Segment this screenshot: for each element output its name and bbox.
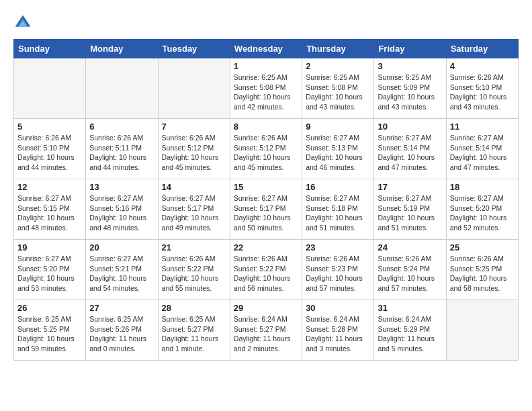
day-header: Sunday	[14, 40, 86, 58]
day-number: 15	[234, 182, 298, 192]
day-info: Sunrise: 6:27 AM Sunset: 5:20 PM Dayligh…	[17, 254, 82, 293]
calendar-cell: 11Sunrise: 6:27 AM Sunset: 5:14 PM Dayli…	[446, 119, 518, 179]
calendar-cell: 29Sunrise: 6:24 AM Sunset: 5:27 PM Dayli…	[230, 300, 302, 361]
calendar-cell: 24Sunrise: 6:26 AM Sunset: 5:24 PM Dayli…	[374, 240, 446, 300]
logo-icon	[13, 13, 32, 32]
day-info: Sunrise: 6:26 AM Sunset: 5:12 PM Dayligh…	[162, 133, 226, 173]
day-number: 16	[306, 182, 370, 192]
day-info: Sunrise: 6:26 AM Sunset: 5:11 PM Dayligh…	[89, 133, 154, 173]
calendar-cell: 18Sunrise: 6:27 AM Sunset: 5:20 PM Dayli…	[446, 179, 518, 240]
calendar-cell: 30Sunrise: 6:24 AM Sunset: 5:28 PM Dayli…	[302, 300, 374, 361]
day-info: Sunrise: 6:27 AM Sunset: 5:18 PM Dayligh…	[306, 193, 370, 233]
calendar-cell: 25Sunrise: 6:26 AM Sunset: 5:25 PM Dayli…	[446, 240, 518, 300]
day-info: Sunrise: 6:25 AM Sunset: 5:09 PM Dayligh…	[378, 73, 442, 112]
day-header: Tuesday	[158, 40, 230, 58]
day-info: Sunrise: 6:27 AM Sunset: 5:15 PM Dayligh…	[17, 193, 82, 233]
day-info: Sunrise: 6:26 AM Sunset: 5:22 PM Dayligh…	[162, 254, 226, 293]
day-info: Sunrise: 6:27 AM Sunset: 5:14 PM Dayligh…	[378, 133, 442, 173]
calendar-cell: 12Sunrise: 6:27 AM Sunset: 5:15 PM Dayli…	[14, 179, 86, 240]
calendar-cell	[158, 58, 230, 119]
day-number: 11	[450, 122, 515, 132]
day-number: 23	[306, 242, 370, 253]
day-number: 4	[450, 61, 515, 71]
calendar-week-row: 1Sunrise: 6:25 AM Sunset: 5:08 PM Daylig…	[14, 58, 519, 119]
calendar-cell: 21Sunrise: 6:26 AM Sunset: 5:22 PM Dayli…	[158, 240, 230, 300]
day-number: 17	[378, 182, 442, 192]
day-info: Sunrise: 6:24 AM Sunset: 5:28 PM Dayligh…	[306, 314, 370, 354]
day-number: 1	[234, 61, 298, 71]
calendar-cell: 20Sunrise: 6:27 AM Sunset: 5:21 PM Dayli…	[86, 240, 158, 300]
day-number: 25	[450, 242, 515, 253]
calendar-week-row: 12Sunrise: 6:27 AM Sunset: 5:15 PM Dayli…	[14, 179, 519, 240]
day-info: Sunrise: 6:27 AM Sunset: 5:19 PM Dayligh…	[378, 193, 442, 233]
calendar-cell: 17Sunrise: 6:27 AM Sunset: 5:19 PM Dayli…	[374, 179, 446, 240]
day-info: Sunrise: 6:27 AM Sunset: 5:17 PM Dayligh…	[162, 193, 226, 233]
day-info: Sunrise: 6:25 AM Sunset: 5:25 PM Dayligh…	[17, 314, 82, 354]
day-number: 19	[17, 242, 82, 253]
logo	[13, 13, 35, 32]
day-number: 21	[162, 242, 226, 253]
calendar-cell: 26Sunrise: 6:25 AM Sunset: 5:25 PM Dayli…	[14, 300, 86, 361]
calendar-cell: 2Sunrise: 6:25 AM Sunset: 5:08 PM Daylig…	[302, 58, 374, 119]
day-number: 13	[89, 182, 154, 192]
calendar-cell: 27Sunrise: 6:25 AM Sunset: 5:26 PM Dayli…	[86, 300, 158, 361]
calendar-cell: 19Sunrise: 6:27 AM Sunset: 5:20 PM Dayli…	[14, 240, 86, 300]
calendar-body: 1Sunrise: 6:25 AM Sunset: 5:08 PM Daylig…	[14, 58, 519, 361]
calendar-week-row: 26Sunrise: 6:25 AM Sunset: 5:25 PM Dayli…	[14, 300, 519, 361]
day-header: Thursday	[302, 40, 374, 58]
day-number: 3	[378, 61, 442, 71]
day-info: Sunrise: 6:26 AM Sunset: 5:22 PM Dayligh…	[234, 254, 298, 293]
day-number: 6	[89, 122, 154, 132]
day-info: Sunrise: 6:25 AM Sunset: 5:08 PM Dayligh…	[234, 73, 298, 112]
day-info: Sunrise: 6:26 AM Sunset: 5:10 PM Dayligh…	[17, 133, 82, 173]
day-number: 8	[234, 122, 298, 132]
day-header: Monday	[86, 40, 158, 58]
day-info: Sunrise: 6:26 AM Sunset: 5:10 PM Dayligh…	[450, 73, 515, 112]
day-number: 30	[306, 303, 370, 313]
day-info: Sunrise: 6:27 AM Sunset: 5:13 PM Dayligh…	[306, 133, 370, 173]
day-info: Sunrise: 6:27 AM Sunset: 5:20 PM Dayligh…	[450, 193, 515, 233]
day-number: 22	[234, 242, 298, 253]
calendar-week-row: 5Sunrise: 6:26 AM Sunset: 5:10 PM Daylig…	[14, 119, 519, 179]
day-info: Sunrise: 6:24 AM Sunset: 5:29 PM Dayligh…	[378, 314, 442, 354]
day-header: Wednesday	[230, 40, 302, 58]
calendar-cell: 9Sunrise: 6:27 AM Sunset: 5:13 PM Daylig…	[302, 119, 374, 179]
day-number: 2	[306, 61, 370, 71]
page-header	[13, 13, 519, 32]
calendar-header-row: SundayMondayTuesdayWednesdayThursdayFrid…	[14, 40, 519, 58]
calendar-cell: 10Sunrise: 6:27 AM Sunset: 5:14 PM Dayli…	[374, 119, 446, 179]
day-info: Sunrise: 6:26 AM Sunset: 5:24 PM Dayligh…	[378, 254, 442, 293]
day-number: 7	[162, 122, 226, 132]
day-info: Sunrise: 6:26 AM Sunset: 5:12 PM Dayligh…	[234, 133, 298, 173]
calendar-cell: 13Sunrise: 6:27 AM Sunset: 5:16 PM Dayli…	[86, 179, 158, 240]
day-number: 29	[234, 303, 298, 313]
day-number: 20	[89, 242, 154, 253]
day-number: 14	[162, 182, 226, 192]
day-number: 9	[306, 122, 370, 132]
calendar-cell: 5Sunrise: 6:26 AM Sunset: 5:10 PM Daylig…	[14, 119, 86, 179]
day-number: 28	[162, 303, 226, 313]
calendar-cell: 28Sunrise: 6:25 AM Sunset: 5:27 PM Dayli…	[158, 300, 230, 361]
day-info: Sunrise: 6:25 AM Sunset: 5:08 PM Dayligh…	[306, 73, 370, 112]
day-info: Sunrise: 6:26 AM Sunset: 5:25 PM Dayligh…	[450, 254, 515, 293]
day-info: Sunrise: 6:27 AM Sunset: 5:14 PM Dayligh…	[450, 133, 515, 173]
day-number: 12	[17, 182, 82, 192]
day-number: 5	[17, 122, 82, 132]
day-header: Saturday	[446, 40, 518, 58]
day-info: Sunrise: 6:27 AM Sunset: 5:17 PM Dayligh…	[234, 193, 298, 233]
day-info: Sunrise: 6:25 AM Sunset: 5:26 PM Dayligh…	[89, 314, 154, 354]
calendar-cell	[86, 58, 158, 119]
day-number: 24	[378, 242, 442, 253]
day-header: Friday	[374, 40, 446, 58]
calendar-cell: 14Sunrise: 6:27 AM Sunset: 5:17 PM Dayli…	[158, 179, 230, 240]
calendar-cell: 8Sunrise: 6:26 AM Sunset: 5:12 PM Daylig…	[230, 119, 302, 179]
day-number: 31	[378, 303, 442, 313]
calendar-cell: 3Sunrise: 6:25 AM Sunset: 5:09 PM Daylig…	[374, 58, 446, 119]
calendar-cell: 1Sunrise: 6:25 AM Sunset: 5:08 PM Daylig…	[230, 58, 302, 119]
day-info: Sunrise: 6:27 AM Sunset: 5:21 PM Dayligh…	[89, 254, 154, 293]
day-info: Sunrise: 6:26 AM Sunset: 5:23 PM Dayligh…	[306, 254, 370, 293]
day-info: Sunrise: 6:27 AM Sunset: 5:16 PM Dayligh…	[89, 193, 154, 233]
day-number: 26	[17, 303, 82, 313]
calendar-cell: 15Sunrise: 6:27 AM Sunset: 5:17 PM Dayli…	[230, 179, 302, 240]
day-number: 10	[378, 122, 442, 132]
